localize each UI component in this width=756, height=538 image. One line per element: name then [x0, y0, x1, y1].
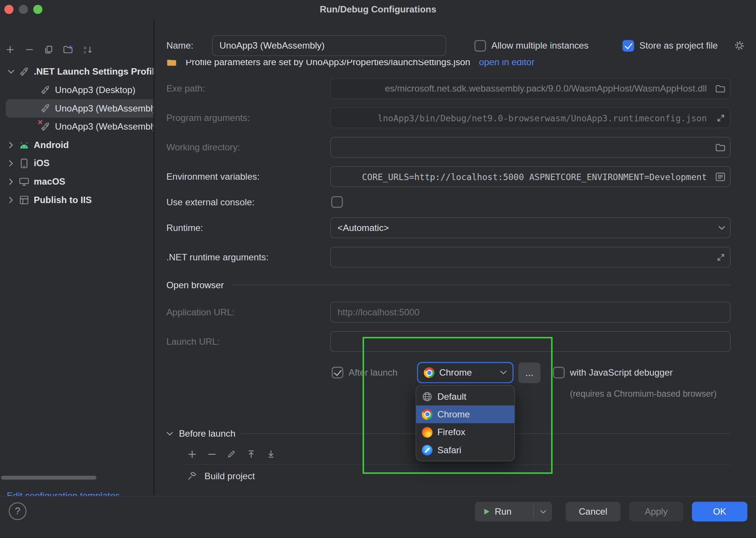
runtime-arguments-input[interactable] — [330, 247, 730, 267]
chevron-down-icon — [718, 226, 725, 229]
chevron-right-icon[interactable] — [9, 178, 13, 185]
before-launch-remove-button[interactable] — [204, 446, 220, 462]
iphone-icon — [19, 159, 29, 168]
name-value: UnoApp3 (WebAssembly) — [219, 40, 324, 51]
allow-multiple-instances-checkbox[interactable] — [474, 40, 486, 52]
chevron-right-icon[interactable] — [9, 142, 13, 148]
store-as-project-file-checkbox[interactable] — [623, 40, 634, 52]
tree-item-ios-group[interactable]: iOS — [0, 154, 153, 173]
runtime-value: <Automatic> — [338, 222, 389, 233]
tree-item-android-group[interactable]: Android — [0, 136, 153, 154]
js-debugger-note: (requires a Chromium-based browser) — [570, 384, 716, 404]
copy-configuration-button[interactable] — [41, 43, 56, 57]
run-button-label: Run — [495, 506, 512, 517]
run-config-icon — [40, 85, 50, 95]
help-button[interactable] — [9, 502, 26, 520]
folder-icon[interactable] — [716, 143, 725, 151]
window-title: Run/Debug Configurations — [0, 0, 756, 19]
sort-alpha-icon: az — [83, 45, 93, 54]
runtime-arguments-label: .NET runtime arguments: — [166, 247, 268, 267]
tree-item-macos-group[interactable]: macOS — [0, 173, 153, 191]
move-down-icon — [267, 450, 275, 459]
run-config-icon — [40, 104, 50, 113]
tree-item-unoapp3-webassembly-error[interactable]: UnoApp3 (WebAssembly) — [0, 118, 153, 136]
new-folder-button[interactable] — [61, 43, 75, 57]
before-launch-add-button[interactable] — [184, 446, 200, 462]
tree-item-label: UnoApp3 (Desktop) — [55, 85, 135, 95]
move-up-icon — [247, 450, 256, 459]
run-debug-configurations-dialog: Run/Debug Configurations az .NET Launch … — [0, 0, 756, 538]
exe-path-label: Exe path: — [166, 78, 205, 99]
open-in-editor-link[interactable]: open in editor — [479, 60, 534, 67]
tree-item-publish-iis-group[interactable]: Publish to IIS — [0, 191, 153, 209]
edit-configuration-templates-link[interactable]: Edit configuration templates... — [7, 491, 127, 496]
configurations-sidebar: az .NET Launch Settings Profiles UnoApp3… — [0, 19, 153, 496]
warning-icon — [166, 60, 177, 67]
folder-icon[interactable] — [716, 84, 725, 93]
runtime-label: Runtime: — [166, 217, 203, 238]
name-label: Name: — [166, 35, 193, 56]
tree-item-label: Android — [34, 140, 69, 150]
sort-configurations-button[interactable]: az — [81, 43, 95, 57]
working-directory-input[interactable] — [330, 137, 730, 157]
tree-item-launch-settings-group[interactable]: .NET Launch Settings Profiles — [0, 63, 153, 81]
chevron-right-icon[interactable] — [9, 160, 13, 167]
store-settings-gear-button[interactable] — [734, 40, 745, 53]
run-config-icon — [19, 67, 29, 77]
ok-button[interactable]: OK — [692, 502, 747, 521]
before-launch-item-build-project[interactable]: Build project — [204, 466, 255, 486]
program-arguments-value: lnoApp3/bin/Debug/net9.0-browserwasm/Uno… — [378, 113, 707, 123]
before-launch-edit-button[interactable] — [223, 446, 239, 462]
new-folder-icon — [63, 45, 73, 54]
dialog-footer: Run Cancel Apply OK — [0, 496, 756, 538]
name-input[interactable]: UnoApp3 (WebAssembly) — [212, 35, 446, 56]
android-icon — [19, 140, 29, 150]
run-button[interactable]: Run — [475, 502, 552, 521]
notice-text: Profile parameters are set by UnoApp3/Pr… — [186, 60, 470, 67]
chevron-right-icon[interactable] — [9, 197, 13, 203]
annotation-highlight-box — [363, 337, 552, 474]
list-icon[interactable] — [716, 172, 725, 181]
chevron-down-icon[interactable] — [166, 432, 173, 436]
application-url-input[interactable]: http://localhost:5000 — [330, 302, 730, 322]
monitor-icon — [19, 177, 29, 187]
js-debugger-checkbox[interactable] — [553, 367, 565, 379]
launch-url-label: Launch URL: — [166, 331, 220, 352]
allow-multiple-instances-label: Allow multiple instances — [491, 35, 589, 56]
error-badge-icon — [38, 120, 43, 125]
chevron-down-icon[interactable] — [540, 510, 546, 514]
before-launch-move-down-button[interactable] — [263, 446, 279, 462]
working-directory-label: Working directory: — [166, 137, 240, 157]
js-debugger-label: with JavaScript debugger — [570, 362, 673, 383]
profile-parameters-notice: Profile parameters are set by UnoApp3/Pr… — [166, 60, 733, 72]
environment-variables-label: Environment variables: — [166, 166, 259, 187]
cancel-button[interactable]: Cancel — [566, 502, 621, 521]
before-launch-move-up-button[interactable] — [243, 446, 259, 462]
runtime-select[interactable]: <Automatic> — [330, 217, 730, 238]
tree-item-unoapp3-webassembly-selected[interactable]: UnoApp3 (WebAssembly) — [6, 99, 153, 118]
expand-icon[interactable] — [716, 113, 725, 122]
use-external-console-checkbox[interactable] — [331, 196, 343, 208]
program-arguments-label: Program arguments: — [166, 107, 250, 128]
after-launch-checkbox[interactable] — [332, 367, 343, 379]
application-url-label: Application URL: — [166, 302, 234, 322]
horizontal-scrollbar[interactable] — [1, 476, 96, 480]
gear-icon — [734, 40, 745, 51]
application-url-value: http://localhost:5000 — [338, 307, 420, 317]
program-arguments-input: lnoApp3/bin/Debug/net9.0-browserwasm/Uno… — [330, 107, 730, 128]
expand-icon[interactable] — [716, 253, 725, 261]
run-config-error-icon — [40, 122, 50, 132]
exe-path-input: es/microsoft.net.sdk.webassembly.pack/9.… — [330, 78, 730, 99]
tree-item-label: macOS — [34, 176, 66, 187]
tree-item-label: .NET Launch Settings Profiles — [34, 67, 153, 77]
apply-button[interactable]: Apply — [629, 502, 683, 521]
open-browser-title: Open browser — [166, 280, 224, 290]
environment-variables-value: CORE_URLS=http://localhost:5000 ASPNETCO… — [362, 171, 707, 182]
chevron-down-icon[interactable] — [8, 70, 14, 74]
iis-server-icon — [19, 195, 29, 205]
tree-item-unoapp3-desktop[interactable]: UnoApp3 (Desktop) — [0, 81, 153, 99]
environment-variables-input[interactable]: CORE_URLS=http://localhost:5000 ASPNETCO… — [330, 166, 730, 187]
tree-item-label: iOS — [34, 158, 50, 169]
remove-configuration-button[interactable] — [22, 43, 37, 57]
add-configuration-button[interactable] — [3, 43, 17, 57]
